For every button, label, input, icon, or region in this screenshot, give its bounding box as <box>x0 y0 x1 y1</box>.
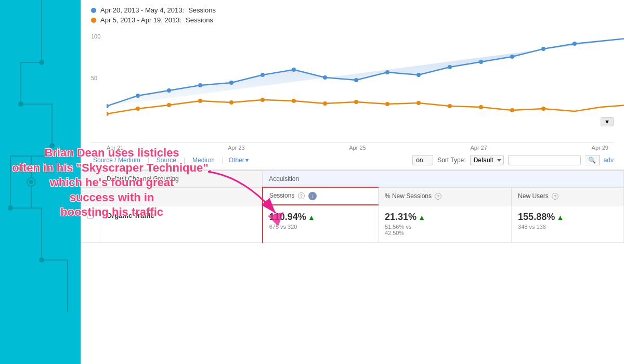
svg-point-28 <box>323 75 327 80</box>
search-button[interactable]: 🔍 <box>585 155 600 165</box>
svg-point-41 <box>167 103 171 107</box>
svg-point-21 <box>107 104 109 108</box>
chart-legend: Apr 20, 2013 - May 4, 2013: Sessions Apr… <box>81 0 624 28</box>
row-checkbox-cell <box>81 205 100 242</box>
channel-name: Organic Traffic <box>107 212 154 219</box>
legend-dot-orange <box>91 18 96 23</box>
legend-label-1: Sessions <box>188 6 216 14</box>
y-axis-50: 50 <box>91 75 97 81</box>
svg-point-36 <box>573 42 577 46</box>
svg-point-47 <box>354 100 358 104</box>
y-axis-100: 100 <box>91 33 100 40</box>
svg-point-24 <box>198 83 202 87</box>
x-label-apr25: Apr 25 <box>349 145 366 151</box>
pct-new-sessions-cell: 21.31% ▲ 51.56% vs42.50% <box>378 205 511 242</box>
svg-point-17 <box>29 180 33 184</box>
pct-new-sessions-value: 21.31% ▲ <box>385 212 505 223</box>
toolbar-separator-1: | <box>148 157 149 164</box>
svg-point-51 <box>479 105 483 109</box>
new-users-up-arrow: ▲ <box>557 213 564 222</box>
svg-point-48 <box>385 102 389 106</box>
svg-point-3 <box>39 60 44 65</box>
legend-date-2: Apr 5, 2013 - Apr 19, 2013: <box>100 16 181 24</box>
new-users-col-header: New Users ? <box>512 187 624 205</box>
sort-type-select[interactable]: Default <box>470 155 504 165</box>
toolbar-separator-2: | <box>184 157 185 164</box>
svg-point-22 <box>136 94 140 98</box>
table-row: Organic Traffic 110.94% ▲ 675 vs 320 21.… <box>81 205 624 242</box>
svg-point-31 <box>417 73 421 77</box>
svg-point-52 <box>510 108 514 112</box>
legend-row-2: Apr 5, 2013 - Apr 19, 2013: Sessions <box>91 16 614 24</box>
pct-new-help-icon[interactable]: ? <box>435 193 441 200</box>
toolbar-tab-other[interactable]: Other ▾ <box>229 157 249 164</box>
pct-new-sub-value: 51.56% vs42.50% <box>385 224 505 236</box>
x-label-apr27: Apr 27 <box>470 145 487 151</box>
svg-point-29 <box>354 78 358 82</box>
svg-point-23 <box>167 88 171 93</box>
svg-point-45 <box>292 99 296 103</box>
svg-point-42 <box>198 99 202 103</box>
checkbox-sub-header <box>81 187 100 205</box>
x-label-apr23: Apr 23 <box>228 145 244 151</box>
sessions-pct-value: 110.94% ▲ <box>269 212 372 223</box>
sessions-help-icon[interactable]: ? <box>298 192 305 199</box>
svg-point-27 <box>292 68 296 72</box>
segment-select[interactable]: on <box>412 155 433 165</box>
content-card: Apr 20, 2013 - May 4, 2013: Sessions Apr… <box>81 0 624 364</box>
svg-point-44 <box>261 98 265 102</box>
sessions-sort-arrow[interactable]: ↓ <box>308 192 317 200</box>
pct-new-sessions-col-header: % New Sessions ? <box>378 187 511 205</box>
svg-point-32 <box>448 65 452 69</box>
svg-point-25 <box>229 81 233 85</box>
advanced-link[interactable]: adv <box>604 157 614 164</box>
x-label-apr29: Apr 29 <box>592 145 608 151</box>
sessions-value-cell: 110.94% ▲ 675 vs 320 <box>263 205 379 242</box>
sessions-col-header: Sessions ? ↓ <box>263 187 379 205</box>
svg-point-50 <box>448 104 452 108</box>
svg-point-35 <box>541 47 545 51</box>
other-chevron-icon: ▾ <box>245 157 249 164</box>
pct-new-up-arrow: ▲ <box>418 213 425 222</box>
default-channel-grouping-label: Default Channel Grouping <box>107 175 179 183</box>
data-table: Default Channel Grouping Acquisition Ses… <box>81 170 624 243</box>
svg-point-39 <box>107 112 109 116</box>
svg-point-46 <box>323 101 327 106</box>
toolbar-tab-source[interactable]: Source <box>154 155 178 165</box>
svg-point-53 <box>541 107 545 111</box>
channel-col-header: Default Channel Grouping <box>100 171 263 187</box>
sessions-up-arrow: ▲ <box>308 213 315 222</box>
legend-row-1: Apr 20, 2013 - May 4, 2013: Sessions <box>91 6 614 14</box>
toolbar: Source / Medium | Source | Medium | Othe… <box>81 151 624 170</box>
x-axis-labels: Apr 21 Apr 23 Apr 25 Apr 27 Apr 29 <box>91 142 614 151</box>
legend-dot-blue <box>91 8 96 13</box>
svg-point-43 <box>229 100 233 105</box>
legend-label-2: Sessions <box>186 16 213 24</box>
svg-point-7 <box>49 143 55 148</box>
new-users-help-icon[interactable]: ? <box>552 193 558 200</box>
svg-point-33 <box>479 60 483 64</box>
legend-date-1: Apr 20, 2013 - May 4, 2013: <box>100 6 184 14</box>
toolbar-tab-source-medium[interactable]: Source / Medium <box>91 155 142 165</box>
new-users-cell: 155.88% ▲ 348 vs 136 <box>512 205 624 242</box>
new-users-sub-value: 348 vs 136 <box>518 224 617 230</box>
x-label-apr21: Apr 21 <box>107 145 123 151</box>
search-input[interactable] <box>508 155 581 165</box>
new-users-value: 155.88% ▲ <box>518 212 617 223</box>
toolbar-separator-3: | <box>222 157 224 164</box>
svg-point-26 <box>261 73 265 77</box>
checkbox-col-header <box>81 171 100 187</box>
left-sidebar <box>0 0 81 364</box>
svg-point-49 <box>417 101 421 105</box>
toolbar-right: on Sort Type: Default 🔍 adv <box>412 155 614 165</box>
acquisition-header: Acquisition <box>263 171 624 187</box>
channel-cell: Organic Traffic <box>100 205 263 242</box>
svg-point-40 <box>136 107 140 111</box>
date-range-dropdown[interactable]: ▼ <box>601 117 614 126</box>
row-checkbox[interactable] <box>87 212 94 218</box>
sessions-sub-value: 675 vs 320 <box>269 224 372 230</box>
svg-marker-20 <box>107 36 624 106</box>
chart-area: 100 50 <box>91 28 614 142</box>
toolbar-tab-medium[interactable]: Medium <box>190 155 217 165</box>
channel-sub-header <box>100 187 263 205</box>
